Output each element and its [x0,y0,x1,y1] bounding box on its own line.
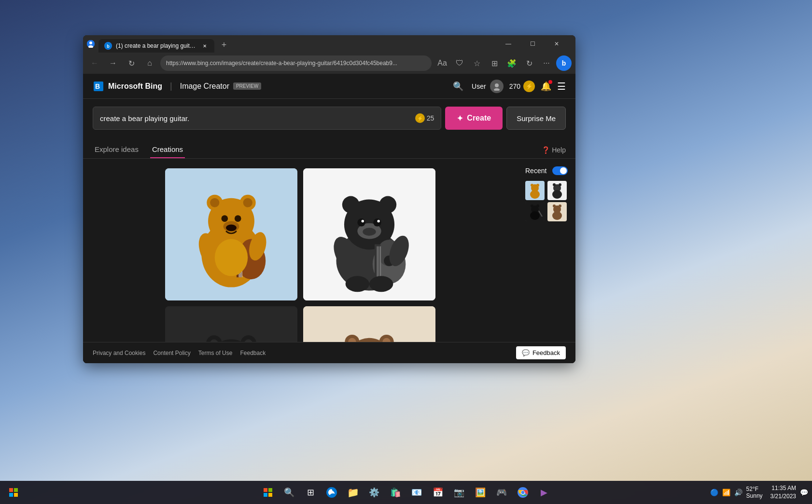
recent-thumb-2[interactable] [547,181,567,200]
image-cell-3[interactable] [165,306,297,342]
taskbar-settings-icon[interactable]: ⚙️ [364,483,384,502]
taskbar-start-icon[interactable] [258,483,278,502]
svg-point-115 [536,204,539,207]
svg-point-121 [559,204,561,207]
image-cell-1[interactable] [165,168,297,300]
forward-button[interactable]: → [105,55,121,71]
terms-link[interactable]: Terms of Use [198,350,233,356]
collections-icon[interactable]: ⊞ [487,55,502,71]
shield-icon[interactable]: 🛡 [452,55,467,71]
taskbar-search-icon[interactable]: 🔍 [280,483,299,502]
weather-widget[interactable]: 52°F Sunny [746,486,763,499]
surprise-me-label: Surprise Me [517,114,556,123]
svg-rect-73 [303,306,435,342]
preview-badge: PREVIEW [233,82,261,90]
tab-explore-ideas[interactable]: Explore ideas [93,141,140,158]
browser-content: B Microsoft Bing | Image Creator PREVIEW… [83,74,575,363]
taskbar-explorer-icon[interactable]: 📁 [343,483,363,502]
taskbar-right: 🔵 📶 🔊 52°F Sunny 11:35 AM 3/21/2023 💬 [710,484,808,501]
taskbar-terminal-icon[interactable]: ▶ [534,483,554,502]
image-creator-label: Image Creator PREVIEW [180,82,261,91]
surprise-me-button[interactable]: Surprise Me [506,107,566,130]
user-name: User [472,82,486,90]
feedback-button[interactable]: 💬 Feedback [516,346,566,359]
taskbar-store-icon[interactable]: 🛍️ [386,483,405,502]
refresh-button[interactable]: ↻ [124,55,139,71]
footer: Privacy and Cookies Content Policy Terms… [83,342,575,363]
search-icon[interactable]: 🔍 [450,79,466,94]
svg-rect-125 [14,493,18,497]
favorites-icon[interactable]: ☆ [469,55,485,71]
start-button[interactable] [4,483,23,502]
edge-profile-button[interactable]: b [556,55,572,71]
bing-logo[interactable]: B Microsoft Bing [93,81,162,92]
svg-point-113 [530,211,540,220]
wifi-icon[interactable]: 📶 [722,489,730,496]
tab-close-button[interactable]: ✕ [201,42,209,50]
refresh-icon[interactable]: ↻ [521,55,537,71]
svg-rect-129 [268,493,272,497]
create-button[interactable]: ✦ Create [445,107,503,130]
tab-bar: b (1) create a bear playing guitar · ✕ + [98,35,495,53]
notification-center-icon[interactable]: 💬 [800,489,808,496]
svg-point-16 [221,215,228,222]
recent-thumb-1[interactable] [525,181,545,200]
content-policy-link[interactable]: Content Policy [153,350,190,356]
content-area: Created with AI Recent [83,159,575,342]
help-link[interactable]: ❓ Help [542,146,566,154]
taskbar-xbox-icon[interactable]: 🎮 [492,483,511,502]
image-cell-2[interactable] [303,168,435,300]
maximize-button[interactable]: ☐ [521,36,544,52]
svg-point-1 [89,41,92,44]
more-options-icon[interactable]: ··· [539,55,554,71]
hamburger-menu[interactable]: ☰ [557,81,566,92]
address-bar-row: ← → ↻ ⌂ https://www.bing.com/images/crea… [83,53,575,74]
bell-wrapper[interactable]: 🔔 [541,81,551,92]
address-bar[interactable]: https://www.bing.com/images/create/creat… [160,55,432,71]
back-button[interactable]: ← [87,55,102,71]
coins-count: 270 [509,82,520,90]
taskbar-edge-icon[interactable] [322,483,341,502]
recent-thumbnails [525,181,568,221]
search-row: ⚡ 25 ✦ Create Surprise Me [93,107,566,130]
recent-thumb-3[interactable] [525,202,545,221]
recent-label: Recent [525,167,546,175]
image-cell-4[interactable] [303,306,435,342]
active-tab[interactable]: b (1) create a bear playing guitar · ✕ [98,39,214,53]
search-input[interactable] [100,114,415,123]
taskbar-task-view[interactable]: ⊞ [301,483,320,502]
minimize-button[interactable]: — [497,36,519,52]
privacy-link[interactable]: Privacy and Cookies [93,350,145,356]
read-aloud-icon[interactable]: Aa [434,55,450,71]
svg-rect-126 [264,488,267,492]
svg-text:B: B [95,82,100,90]
bluetooth-icon[interactable]: 🔵 [710,489,718,496]
search-input-wrapper[interactable]: ⚡ 25 [93,107,441,130]
user-area[interactable]: User [472,80,504,93]
taskbar-chrome-icon[interactable] [513,483,532,502]
coins-display: 270 ⚡ [509,81,535,92]
coin-small-icon: ⚡ [415,113,425,123]
recent-toggle[interactable] [552,166,568,175]
sound-icon[interactable]: 🔊 [734,489,742,496]
coin-hint: ⚡ 25 [415,113,434,123]
svg-point-104 [531,184,533,187]
taskbar-camera-icon[interactable]: 📷 [449,483,469,502]
new-tab-button[interactable]: + [216,37,232,53]
taskbar-time[interactable]: 11:35 AM 3/21/2023 [770,484,796,501]
svg-point-36 [362,220,364,222]
feedback-link[interactable]: Feedback [240,350,266,356]
taskbar-calendar-icon[interactable]: 📅 [428,483,448,502]
svg-point-108 [552,190,562,199]
browser-profile-icon[interactable] [87,40,95,48]
taskbar-photos-icon[interactable]: 🖼️ [471,483,490,502]
extensions-icon[interactable]: 🧩 [504,55,519,71]
browser-window: b (1) create a bear playing guitar · ✕ +… [83,35,575,363]
svg-point-33 [379,196,397,214]
tab-creations[interactable]: Creations [150,141,185,158]
recent-thumb-4[interactable] [547,202,567,221]
taskbar-mail-icon[interactable]: 📧 [407,483,426,502]
toggle-knob [560,167,567,174]
close-button[interactable]: ✕ [546,36,568,52]
home-button[interactable]: ⌂ [142,55,157,71]
